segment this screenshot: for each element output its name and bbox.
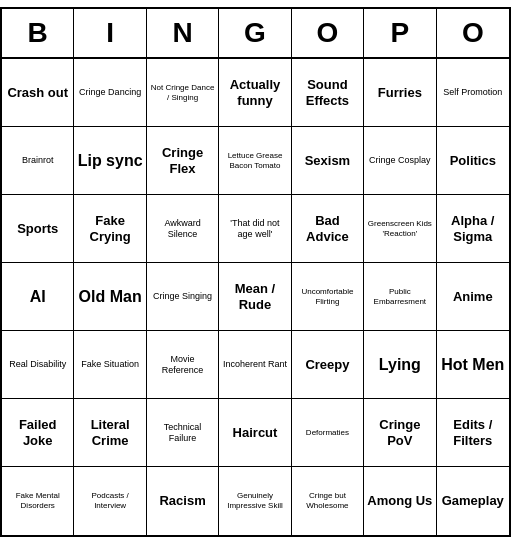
cell-text-17: 'That did not age well' — [222, 218, 287, 240]
cell-text-13: Politics — [450, 153, 496, 169]
header-letter-5: P — [364, 9, 436, 57]
bingo-cell-30: Movie Reference — [147, 331, 219, 399]
bingo-cell-14: Sports — [2, 195, 74, 263]
cell-text-26: Public Embarresment — [367, 287, 432, 306]
cell-text-1: Cringe Dancing — [79, 87, 141, 98]
cell-text-23: Cringe Singing — [153, 291, 212, 302]
cell-text-5: Furries — [378, 85, 422, 101]
cell-text-46: Cringe but Wholesome — [295, 491, 360, 510]
bingo-cell-41: Edits / Filters — [437, 399, 509, 467]
cell-text-15: Fake Crying — [77, 213, 142, 244]
cell-text-25: Uncomfortable Flirting — [295, 287, 360, 306]
cell-text-28: Real Disability — [9, 359, 66, 370]
bingo-cell-5: Furries — [364, 59, 436, 127]
bingo-cell-38: Haircut — [219, 399, 291, 467]
cell-text-42: Fake Mental Disorders — [5, 491, 70, 510]
cell-text-39: Deformaties — [306, 428, 349, 438]
bingo-card: BINGOPO Crash outCringe DancingNot Cring… — [0, 7, 511, 537]
cell-text-48: Gameplay — [442, 493, 504, 509]
bingo-cell-11: Sexism — [292, 127, 364, 195]
cell-text-3: Actually funny — [222, 77, 287, 108]
cell-text-11: Sexism — [305, 153, 351, 169]
bingo-cell-32: Creepy — [292, 331, 364, 399]
bingo-cell-17: 'That did not age well' — [219, 195, 291, 263]
bingo-cell-47: Among Us — [364, 467, 436, 535]
cell-text-30: Movie Reference — [150, 354, 215, 376]
bingo-cell-27: Anime — [437, 263, 509, 331]
bingo-cell-20: Alpha / Sigma — [437, 195, 509, 263]
bingo-cell-13: Politics — [437, 127, 509, 195]
cell-text-45: Genuinely Impressive Skill — [222, 491, 287, 510]
cell-text-16: Awkward Silence — [150, 218, 215, 240]
cell-text-2: Not Cringe Dance / Singing — [150, 83, 215, 102]
cell-text-20: Alpha / Sigma — [440, 213, 506, 244]
bingo-cell-10: Lettuce Grease Bacon Tomato — [219, 127, 291, 195]
bingo-cell-33: Lying — [364, 331, 436, 399]
bingo-cell-6: Self Promotion — [437, 59, 509, 127]
cell-text-43: Podcasts / Interview — [77, 491, 142, 510]
cell-text-14: Sports — [17, 221, 58, 237]
bingo-cell-9: Cringe Flex — [147, 127, 219, 195]
bingo-cell-1: Cringe Dancing — [74, 59, 146, 127]
bingo-cell-19: Greenscreen Kids 'Reaction' — [364, 195, 436, 263]
header-letter-4: O — [292, 9, 364, 57]
cell-text-32: Creepy — [305, 357, 349, 373]
cell-text-21: AI — [30, 287, 46, 306]
cell-text-33: Lying — [379, 355, 421, 374]
cell-text-40: Cringe PoV — [367, 417, 432, 448]
bingo-cell-16: Awkward Silence — [147, 195, 219, 263]
bingo-cell-48: Gameplay — [437, 467, 509, 535]
bingo-cell-45: Genuinely Impressive Skill — [219, 467, 291, 535]
cell-text-4: Sound Effects — [295, 77, 360, 108]
cell-text-0: Crash out — [7, 85, 68, 101]
cell-text-47: Among Us — [367, 493, 432, 509]
header-letter-3: G — [219, 9, 291, 57]
bingo-grid: Crash outCringe DancingNot Cringe Dance … — [2, 59, 509, 535]
bingo-cell-40: Cringe PoV — [364, 399, 436, 467]
cell-text-41: Edits / Filters — [440, 417, 506, 448]
cell-text-31: Incoherent Rant — [223, 359, 287, 370]
cell-text-19: Greenscreen Kids 'Reaction' — [367, 219, 432, 238]
bingo-cell-25: Uncomfortable Flirting — [292, 263, 364, 331]
bingo-cell-23: Cringe Singing — [147, 263, 219, 331]
bingo-cell-7: Brainrot — [2, 127, 74, 195]
header-letter-0: B — [2, 9, 74, 57]
header-letter-1: I — [74, 9, 146, 57]
bingo-header: BINGOPO — [2, 9, 509, 59]
bingo-cell-36: Literal Crime — [74, 399, 146, 467]
bingo-cell-15: Fake Crying — [74, 195, 146, 263]
bingo-cell-26: Public Embarresment — [364, 263, 436, 331]
bingo-cell-22: Old Man — [74, 263, 146, 331]
bingo-cell-24: Mean / Rude — [219, 263, 291, 331]
bingo-cell-37: Technical Failure — [147, 399, 219, 467]
cell-text-36: Literal Crime — [77, 417, 142, 448]
cell-text-24: Mean / Rude — [222, 281, 287, 312]
bingo-cell-29: Fake Situation — [74, 331, 146, 399]
header-letter-6: O — [437, 9, 509, 57]
bingo-cell-28: Real Disability — [2, 331, 74, 399]
bingo-cell-2: Not Cringe Dance / Singing — [147, 59, 219, 127]
cell-text-12: Cringe Cosplay — [369, 155, 431, 166]
cell-text-29: Fake Situation — [81, 359, 139, 370]
bingo-cell-46: Cringe but Wholesome — [292, 467, 364, 535]
cell-text-27: Anime — [453, 289, 493, 305]
cell-text-10: Lettuce Grease Bacon Tomato — [222, 151, 287, 170]
bingo-cell-34: Hot Men — [437, 331, 509, 399]
cell-text-6: Self Promotion — [443, 87, 502, 98]
bingo-cell-12: Cringe Cosplay — [364, 127, 436, 195]
bingo-cell-42: Fake Mental Disorders — [2, 467, 74, 535]
bingo-cell-35: Failed Joke — [2, 399, 74, 467]
bingo-cell-18: Bad Advice — [292, 195, 364, 263]
bingo-cell-3: Actually funny — [219, 59, 291, 127]
cell-text-22: Old Man — [79, 287, 142, 306]
cell-text-44: Racism — [159, 493, 205, 509]
cell-text-9: Cringe Flex — [150, 145, 215, 176]
bingo-cell-31: Incoherent Rant — [219, 331, 291, 399]
cell-text-35: Failed Joke — [5, 417, 70, 448]
cell-text-34: Hot Men — [441, 355, 504, 374]
cell-text-37: Technical Failure — [150, 422, 215, 444]
bingo-cell-44: Racism — [147, 467, 219, 535]
cell-text-38: Haircut — [233, 425, 278, 441]
bingo-cell-4: Sound Effects — [292, 59, 364, 127]
cell-text-18: Bad Advice — [295, 213, 360, 244]
